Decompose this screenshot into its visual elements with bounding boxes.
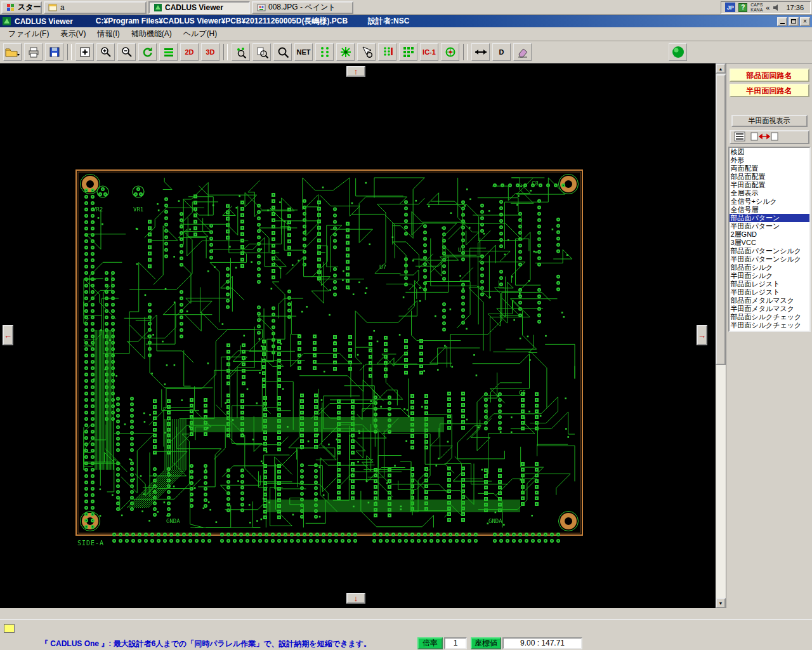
menu-aux[interactable]: 補助機能(A) (126, 27, 178, 41)
status-message: 『 CADLUS One 』: 最大設計者6人までの「同時パラレル作業」で、設計… (41, 639, 371, 649)
view-3d-icon[interactable]: 3D (201, 43, 219, 61)
cadlus-one-icon[interactable] (669, 43, 687, 61)
layer-item-全信号+シルク[interactable]: 全信号+シルク (730, 197, 809, 206)
mirror-flip-icon[interactable] (750, 131, 778, 143)
task-label: CADLUS Viewer (165, 3, 223, 12)
quick-launch-icon (48, 3, 57, 12)
minimize-icon (780, 23, 785, 24)
toolbar-separator (67, 44, 72, 60)
pan-left-button[interactable]: ← (3, 325, 13, 345)
layer-item-半田面シルクチェック[interactable]: 半田面シルクチェック (730, 321, 809, 329)
net-list-icon[interactable]: NET (294, 43, 313, 61)
list-view-icon[interactable] (734, 131, 745, 143)
start-button[interactable]: スタート (1, 1, 42, 14)
solder-view-button[interactable]: 半田面視表示 (731, 115, 808, 127)
maximize-button[interactable] (789, 17, 799, 26)
measure-icon[interactable] (471, 43, 490, 61)
window-controls: × (777, 17, 810, 26)
layer-item-部品面パターンシルク[interactable]: 部品面パターンシルク (730, 247, 809, 255)
save-icon[interactable] (45, 43, 63, 61)
part-search-icon[interactable] (232, 43, 250, 61)
pin-list-icon[interactable] (378, 43, 396, 61)
layer-item-3層VCC[interactable]: 3層VCC (730, 239, 809, 247)
solder-side-circuit-button[interactable]: 半田面回路名 (730, 84, 809, 97)
pad-display-icon[interactable] (315, 43, 334, 61)
layer-item-部品面シルク[interactable]: 部品面シルク (730, 263, 809, 272)
d-display-button-glyph: D (499, 48, 504, 56)
title-bar: CADLUS Viewer C:¥Program Files¥CADLUS Vi… (0, 15, 812, 27)
scroll-up-arrow[interactable]: ▲ (716, 63, 726, 74)
paint-icon (257, 3, 266, 12)
view-mode-row (730, 130, 809, 144)
scroll-down-arrow[interactable]: ▼ (716, 598, 726, 608)
pick-mode-icon[interactable] (357, 43, 376, 61)
pan-right-button[interactable]: → (697, 325, 707, 345)
vertical-scroll-thumb[interactable] (716, 74, 726, 365)
tray-chevron-icon[interactable]: « (766, 4, 769, 11)
toolbar-separator (223, 44, 228, 60)
caps-label: CAPS (750, 3, 763, 8)
layer-display-icon[interactable] (159, 43, 178, 61)
zoom-value: 1 (444, 637, 467, 649)
layer-item-外形[interactable]: 外形 (730, 156, 809, 164)
volume-icon[interactable] (773, 4, 780, 11)
eraser-icon[interactable] (513, 43, 532, 61)
menu-info[interactable]: 情報(I) (91, 27, 125, 41)
coordinate-label: 座標値 (471, 637, 501, 649)
pan-down-button[interactable]: ↓ (346, 593, 365, 604)
net-list-icon-glyph: NET (297, 48, 311, 56)
component-side-circuit-button[interactable]: 部品面回路名 (730, 69, 809, 82)
layer-item-半田面パターン[interactable]: 半田面パターン (730, 222, 809, 230)
layer-item-2層GND[interactable]: 2層GND (730, 230, 809, 239)
layer-item-部品面レジスト[interactable]: 部品面レジスト (730, 280, 809, 288)
pcb-viewport[interactable]: SIDE-A ↑ ↓ ← → (0, 63, 716, 608)
drill-display-icon[interactable] (441, 43, 459, 61)
help-tray-icon[interactable]: ? (738, 3, 747, 12)
layer-item-半田面レジスト[interactable]: 半田面レジスト (730, 288, 809, 296)
layer-item-半田面メタルマスク[interactable]: 半田面メタルマスク (730, 305, 809, 313)
ime-language-icon[interactable]: JP (725, 3, 735, 12)
active-color-swatch (4, 624, 15, 633)
maximize-icon (791, 19, 796, 23)
vertical-scrollbar[interactable]: ▲ ▼ (716, 63, 726, 608)
layer-item-両面配置[interactable]: 両面配置 (730, 164, 809, 173)
ic-search-icon[interactable]: IC-1 (420, 43, 438, 61)
task-label: 008.JPG - ペイント (268, 2, 336, 13)
d-display-button[interactable]: D (492, 43, 511, 61)
layer-item-半田面配置[interactable]: 半田面配置 (730, 181, 809, 189)
zoom-window-icon[interactable] (75, 43, 94, 61)
highlight-net-icon[interactable] (336, 43, 355, 61)
quick-launch[interactable]: a (44, 1, 147, 14)
stamp-search-icon[interactable] (252, 43, 271, 61)
taskbar-task-paint[interactable]: 008.JPG - ペイント (252, 1, 353, 14)
zoom-in-icon[interactable] (96, 43, 115, 61)
layer-item-部品面配置[interactable]: 部品面配置 (730, 173, 809, 181)
open-file-icon[interactable] (3, 43, 22, 61)
layer-item-半田面シルク[interactable]: 半田面シルク (730, 272, 809, 280)
cadlus-viewer-icon (154, 3, 162, 12)
layer-item-全層表示[interactable]: 全層表示 (730, 189, 809, 197)
taskbar-task-cadlus-viewer[interactable]: CADLUS Viewer (148, 1, 250, 14)
layer-item-部品面メタルマスク[interactable]: 部品面メタルマスク (730, 296, 809, 305)
main-area: SIDE-A ↑ ↓ ← → ▲ ▼ 部品面回路名 半田面回路名 半田面視表示 … (0, 63, 812, 608)
print-icon[interactable] (24, 43, 43, 61)
menu-file[interactable]: ファイル(F) (3, 27, 55, 41)
layer-item-全信号層[interactable]: 全信号層 (730, 206, 809, 214)
menu-help[interactable]: ヘルプ(H) (178, 27, 223, 41)
redraw-icon[interactable] (138, 43, 157, 61)
close-button[interactable]: × (800, 17, 810, 26)
menu-view[interactable]: 表示(V) (55, 27, 91, 41)
zoom-out-icon[interactable] (117, 43, 136, 61)
view-2d-icon-glyph: 2D (185, 48, 193, 56)
layer-item-検図[interactable]: 検図 (730, 148, 809, 156)
toolbar-separator (463, 44, 468, 60)
layer-item-部品面パターン[interactable]: 部品面パターン (730, 214, 809, 222)
pcb-canvas[interactable] (0, 63, 716, 608)
net-search-icon[interactable] (273, 43, 292, 61)
minimize-button[interactable] (777, 17, 787, 26)
layer-item-半田面パターンシルク[interactable]: 半田面パターンシルク (730, 255, 809, 263)
pan-up-button[interactable]: ↑ (346, 66, 365, 77)
grid-display-icon[interactable] (399, 43, 417, 61)
layer-item-部品面シルクチェック[interactable]: 部品面シルクチェック (730, 313, 809, 321)
view-2d-icon[interactable]: 2D (180, 43, 199, 61)
